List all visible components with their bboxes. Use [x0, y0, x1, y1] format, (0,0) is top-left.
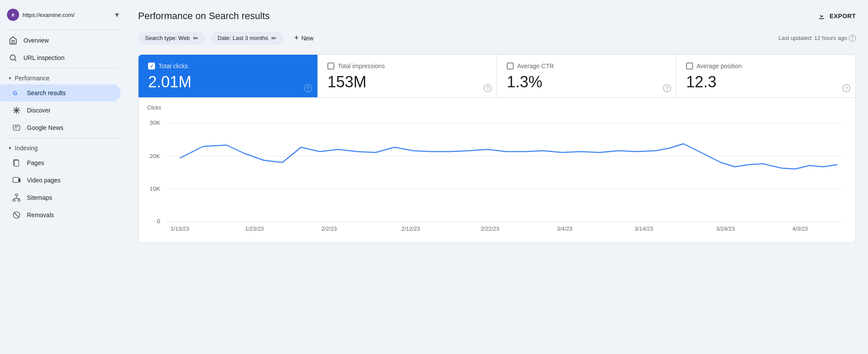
metric-value-position: 12.3	[686, 73, 846, 91]
pages-icon	[12, 159, 21, 167]
metric-checkbox-ctr[interactable]	[507, 63, 514, 69]
help-icon-impressions[interactable]: ?	[484, 84, 492, 92]
export-label: EXPORT	[829, 13, 856, 20]
help-icon-position[interactable]: ?	[842, 84, 850, 92]
export-icon	[817, 12, 826, 20]
svg-rect-15	[13, 199, 15, 201]
sidebar-item-removals[interactable]: Removals	[0, 206, 121, 224]
svg-line-1	[15, 60, 17, 61]
edit-icon-date: ✏	[271, 35, 277, 42]
chart-container: Clicks 30K 20K 10K 0 1/13/23 1/23/23 2/2…	[138, 98, 856, 243]
svg-text:3/4/23: 3/4/23	[557, 226, 572, 232]
metric-checkbox-clicks[interactable]	[148, 63, 155, 69]
help-icon-clicks[interactable]: ?	[304, 84, 312, 92]
home-icon	[9, 36, 17, 45]
svg-rect-16	[18, 199, 20, 201]
sidebar-item-video-pages-label: Video pages	[27, 177, 61, 184]
sitemaps-icon	[12, 193, 21, 202]
sidebar-item-pages[interactable]: Pages	[0, 154, 121, 172]
new-filter-button[interactable]: + New	[289, 30, 319, 46]
page-header: Performance on Search results EXPORT	[138, 10, 856, 22]
sidebar-item-discover[interactable]: Discover	[0, 102, 121, 119]
svg-rect-14	[16, 194, 18, 196]
svg-rect-7	[13, 125, 20, 130]
metrics-row: Total clicks 2.01M ? Total impressions 1…	[138, 54, 856, 98]
performance-section-header[interactable]: ▾ Performance	[0, 70, 126, 84]
search-icon	[9, 53, 17, 62]
indexing-section-label: Indexing	[15, 145, 38, 152]
performance-chart: 30K 20K 10K 0 1/13/23 1/23/23 2/2/23 2/1…	[147, 112, 847, 234]
sidebar-item-pages-label: Pages	[27, 159, 44, 166]
indexing-section-header[interactable]: ▾ Indexing	[0, 140, 126, 154]
page-title: Performance on Search results	[138, 10, 270, 22]
google-news-icon	[12, 123, 21, 132]
sidebar-item-discover-label: Discover	[27, 107, 50, 114]
edit-icon: ✏	[193, 35, 198, 42]
sidebar-item-url-inspection[interactable]: URL inspection	[0, 49, 121, 66]
new-label: New	[301, 35, 314, 42]
svg-text:2/12/23: 2/12/23	[401, 226, 420, 232]
sidebar-item-search-results[interactable]: G Search results	[0, 84, 121, 102]
site-url: https://examine.com/	[23, 12, 112, 18]
metric-card-average-ctr[interactable]: Average CTR 1.3% ?	[497, 55, 677, 97]
svg-marker-13	[19, 179, 20, 182]
svg-text:2/22/23: 2/22/23	[481, 226, 499, 232]
site-selector[interactable]: e https://examine.com/ ▾	[0, 5, 126, 28]
sidebar-item-removals-label: Removals	[27, 212, 54, 218]
chevron-down-icon: ▾	[9, 75, 11, 81]
metric-checkbox-position[interactable]	[686, 63, 693, 69]
sidebar-item-search-results-label: Search results	[27, 89, 66, 96]
dropdown-arrow-icon: ▾	[115, 10, 119, 20]
svg-text:1/23/23: 1/23/23	[245, 226, 264, 232]
export-button[interactable]: EXPORT	[817, 12, 856, 20]
metric-label-impressions: Total impressions	[338, 63, 385, 69]
metric-label-clicks: Total clicks	[158, 63, 188, 69]
site-avatar: e	[7, 9, 19, 21]
svg-line-23	[15, 214, 18, 217]
svg-text:20K: 20K	[149, 153, 160, 159]
metric-value-clicks: 2.01M	[148, 73, 308, 91]
date-filter[interactable]: Date: Last 3 months ✏	[211, 32, 284, 45]
metric-value-ctr: 1.3%	[507, 73, 667, 91]
search-type-filter[interactable]: Search type: Web ✏	[138, 32, 205, 45]
sidebar-item-video-pages[interactable]: Video pages	[0, 172, 121, 189]
google-g-icon: G	[12, 89, 21, 97]
help-icon-ctr[interactable]: ?	[663, 84, 671, 92]
svg-text:30K: 30K	[149, 119, 160, 126]
sidebar-item-google-news-label: Google News	[27, 124, 63, 131]
svg-point-0	[10, 55, 15, 60]
metric-checkbox-impressions[interactable]	[327, 63, 334, 69]
metric-card-total-clicks[interactable]: Total clicks 2.01M ?	[139, 55, 318, 97]
search-type-label: Search type: Web	[145, 35, 190, 41]
sidebar-item-overview[interactable]: Overview	[0, 32, 121, 49]
sidebar: e https://examine.com/ ▾ Overview URL in…	[0, 0, 126, 354]
help-icon-small[interactable]: ?	[849, 35, 856, 42]
svg-text:0: 0	[157, 218, 160, 224]
chart-y-label: Clicks	[147, 105, 847, 111]
svg-rect-12	[13, 177, 19, 182]
sidebar-divider-indexing	[7, 138, 119, 139]
svg-text:2/2/23: 2/2/23	[321, 226, 337, 232]
last-updated-text: Last updated: 12 hours ago	[779, 35, 847, 41]
metric-card-average-position[interactable]: Average position 12.3 ?	[677, 55, 855, 97]
sidebar-item-overview-label: Overview	[23, 37, 49, 44]
metric-label-ctr: Average CTR	[517, 63, 554, 69]
svg-text:G: G	[13, 90, 17, 96]
metric-value-impressions: 153M	[327, 73, 487, 91]
video-pages-icon	[12, 176, 21, 185]
svg-text:3/14/23: 3/14/23	[634, 226, 653, 232]
metric-label-position: Average position	[696, 63, 742, 69]
last-updated: Last updated: 12 hours ago ?	[779, 35, 856, 42]
sidebar-item-sitemaps[interactable]: Sitemaps	[0, 189, 121, 206]
sidebar-divider-performance	[7, 68, 119, 69]
main-content: Performance on Search results EXPORT Sea…	[126, 0, 868, 354]
chevron-down-icon-indexing: ▾	[9, 145, 11, 151]
svg-text:3/24/23: 3/24/23	[716, 226, 735, 232]
filter-row: Search type: Web ✏ Date: Last 3 months ✏…	[138, 30, 856, 46]
sidebar-item-url-inspection-label: URL inspection	[23, 54, 64, 61]
svg-text:10K: 10K	[149, 185, 160, 192]
metric-card-total-impressions[interactable]: Total impressions 153M ?	[318, 55, 497, 97]
sidebar-item-google-news[interactable]: Google News	[0, 119, 121, 136]
removals-icon	[12, 211, 21, 219]
svg-text:4/3/23: 4/3/23	[792, 226, 808, 232]
